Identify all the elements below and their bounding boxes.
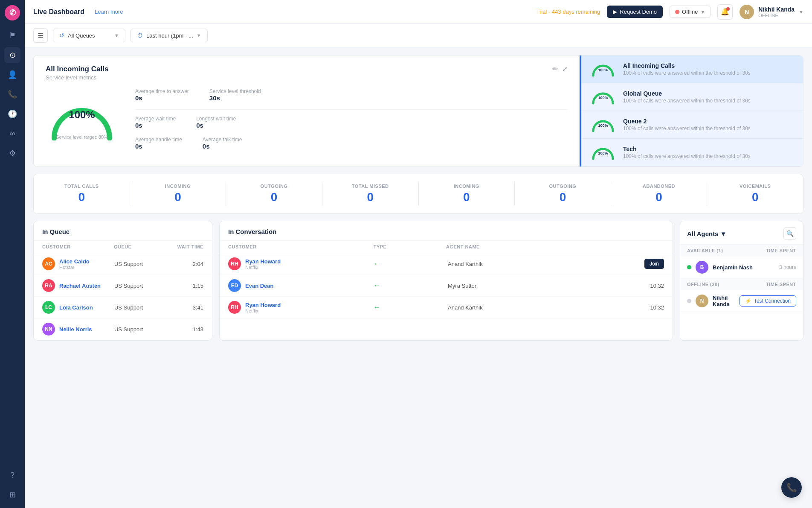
stat-value: 0 — [560, 190, 566, 204]
agents-title-button[interactable]: All Agents ▼ — [687, 230, 726, 237]
conv-time-cell: 10:32 — [593, 304, 664, 311]
sidebar-item-grid[interactable]: ⊞ — [4, 487, 20, 503]
test-connection-button[interactable]: ⚡Test Connection — [740, 295, 796, 307]
offline-label-header: OFFLINE (20) — [687, 282, 719, 287]
sidebar-item-help[interactable]: ? — [4, 467, 20, 483]
mini-gauge-0: 100% — [591, 61, 615, 77]
wait-time-cell: 1:15 — [169, 283, 203, 289]
customer-avatar: RA — [42, 279, 55, 292]
agent-row: N Nikhil Kanda ⚡Test Connection — [680, 290, 803, 312]
stat-item-total-missed: TOTAL MISSED 0 — [322, 182, 419, 206]
conv-avatar: ED — [228, 279, 241, 292]
customer-avatar: NN — [42, 323, 55, 336]
menu-button[interactable]: ☰ — [33, 28, 48, 43]
table-row: NN Nellie Norris US Support 1:43 — [34, 318, 212, 340]
queue-row: 100% Tech 100% of calls were answered wi… — [581, 139, 803, 166]
table-row: AC Alice Caido Hotstar US Support 2:04 — [34, 253, 212, 275]
sidebar-item-calls[interactable]: 📞 — [4, 86, 20, 102]
edit-icon[interactable]: ✏ — [552, 65, 558, 73]
clock-icon: ⏱ — [137, 32, 143, 39]
wait-time-cell: 3:41 — [169, 304, 203, 311]
service-level-card: All Incoming Calls Service level metrics… — [33, 55, 803, 167]
sidebar-item-dashboard[interactable]: ⊙ — [4, 47, 20, 63]
sidebar-item-contacts[interactable]: 👤 — [4, 67, 20, 83]
conv-rows: RH Ryan Howard Netflix ← Anand Karthik J… — [220, 253, 673, 318]
available-agents-rows: B Benjamin Nash 3 hours — [680, 257, 803, 278]
conv-customer-name[interactable]: Ryan Howard — [245, 302, 281, 308]
sidebar-item-settings[interactable]: ⚙ — [4, 145, 20, 161]
agent-name: Nikhil Kanda — [713, 295, 735, 307]
offline-status-dot — [675, 10, 679, 14]
status-selector[interactable]: Offline ▼ — [670, 6, 710, 18]
all-agents-card: All Agents ▼ 🔍 AVAILABLE (1) TIME SPENT … — [680, 221, 803, 341]
conv-customer-name[interactable]: Ryan Howard — [245, 258, 281, 265]
queue-cell: US Support — [114, 283, 166, 289]
avatar: N — [740, 5, 754, 19]
conv-customer-name[interactable]: Evan Dean — [245, 283, 273, 289]
user-chevron-icon: ▼ — [799, 9, 803, 15]
in-queue-table-header: CUSTOMER QUEUE WAIT TIME — [34, 241, 212, 253]
connection-icon: ⚡ — [745, 298, 751, 304]
logo-icon: ✆ — [9, 8, 16, 18]
available-dot — [687, 265, 691, 269]
sidebar-item-flag[interactable]: ⚑ — [4, 27, 20, 44]
agents-search-button[interactable]: 🔍 — [783, 227, 796, 240]
customer-name[interactable]: Alice Caido — [59, 258, 90, 265]
sidebar-item-analytics[interactable]: ∞ — [4, 126, 20, 142]
conv-customer-sub: Netflix — [245, 308, 281, 313]
offline-label: Offline — [682, 9, 698, 15]
offline-dot — [687, 299, 691, 303]
queue-row: 100% Queue 2 100% of calls were answered… — [581, 111, 803, 139]
notifications-button[interactable]: 🔔 — [717, 4, 733, 20]
conv-customer-cell: RH Ryan Howard Netflix — [228, 301, 370, 314]
in-queue-title: In Queue — [42, 228, 70, 235]
stat-value: 0 — [752, 190, 759, 204]
sidebar-item-clock[interactable]: 🕐 — [4, 106, 20, 122]
queue-cell: US Support — [114, 304, 166, 311]
in-conv-title: In Conversation — [228, 228, 276, 235]
conv-time-cell: Join — [593, 259, 664, 269]
time-spent-label: TIME SPENT — [766, 248, 796, 253]
conv-customer-cell: ED Evan Dean — [228, 279, 370, 292]
customer-name[interactable]: Lola Carlson — [59, 304, 93, 311]
user-menu[interactable]: N Nikhil Kanda OFFLINE ▼ — [740, 5, 803, 19]
inbound-icon: ← — [374, 304, 380, 311]
in-queue-card: In Queue CUSTOMER QUEUE WAIT TIME AC Ali… — [33, 221, 212, 341]
conv-agent-cell: Anand Karthik — [448, 260, 590, 268]
customer-avatar: AC — [42, 257, 55, 270]
queue-chevron-icon: ▼ — [114, 33, 119, 38]
expand-icon[interactable]: ⤢ — [562, 65, 568, 73]
stat-item-total-calls: TOTAL CALLS 0 — [34, 182, 130, 206]
table-row: RA Rachael Austen US Support 1:15 — [34, 275, 212, 297]
customer-name[interactable]: Rachael Austen — [59, 283, 101, 289]
app-logo[interactable]: ✆ — [5, 5, 20, 20]
learn-more-link[interactable]: Learn more — [95, 9, 123, 15]
conv-col-time-header — [592, 244, 664, 249]
customer-cell: RA Rachael Austen — [42, 279, 111, 292]
phone-fab[interactable]: 📞 — [781, 477, 802, 498]
customer-avatar: LC — [42, 301, 55, 314]
col-customer-header: CUSTOMER — [42, 244, 114, 249]
stat-label: VOICEMAILS — [740, 184, 771, 189]
gauge-target: Service level target: 80% — [56, 134, 108, 140]
toolbar: ☰ ↺ All Queues ▼ ⏱ Last hour (1pm - ... … — [25, 24, 812, 47]
customer-name[interactable]: Nellie Norris — [59, 326, 92, 333]
queue-info-2: Queue 2 100% of calls were answered with… — [623, 118, 751, 131]
content-area: All Incoming Calls Service level metrics… — [25, 47, 812, 508]
metric-avg-wait: Average wait time 0s — [135, 116, 176, 129]
queue-selector[interactable]: ↺ All Queues ▼ — [53, 29, 125, 42]
join-button[interactable]: Join — [644, 259, 664, 269]
metric-value-0: 0s — [135, 94, 189, 102]
metric-label-4: Average handle time — [135, 137, 182, 143]
queue-icon: ↺ — [59, 32, 64, 39]
queue-label: All Queues — [68, 32, 95, 39]
metric-value-3: 0s — [196, 122, 236, 129]
stat-value: 0 — [463, 190, 470, 204]
queue-row: 100% All Incoming Calls 100% of calls we… — [581, 55, 803, 83]
agent-avatar: N — [696, 295, 708, 307]
mini-gauge-1: 100% — [591, 89, 615, 105]
time-selector[interactable]: ⏱ Last hour (1pm - ... ▼ — [130, 29, 208, 42]
demo-icon: ▶ — [613, 9, 617, 15]
request-demo-button[interactable]: ▶ Request Demo — [607, 6, 663, 18]
conv-agent-cell: Myra Sutton — [448, 282, 590, 289]
